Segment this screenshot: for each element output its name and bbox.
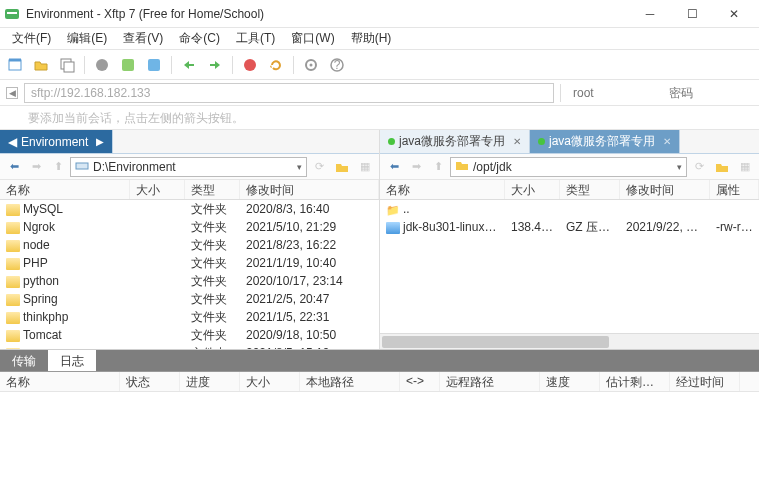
settings-icon[interactable] <box>302 56 320 74</box>
remote-tab[interactable]: java微服务部署专用✕ <box>380 130 530 153</box>
status-dot-icon <box>388 138 395 145</box>
transfer-col[interactable]: 进度 <box>180 372 240 391</box>
file-row[interactable]: Spring文件夹2021/2/5, 20:47 <box>0 290 379 308</box>
window-title: Environment - Xftp 7 (Free for Home/Scho… <box>26 7 629 21</box>
local-list-header: 名称 大小 类型 修改时间 <box>0 180 379 200</box>
remote-newfolder-icon[interactable] <box>712 157 732 177</box>
new-session-icon[interactable] <box>6 56 24 74</box>
tab-log[interactable]: 日志 <box>48 350 96 371</box>
sync-right-icon[interactable] <box>206 56 224 74</box>
file-row[interactable]: thinkphp文件夹2021/1/5, 22:31 <box>0 308 379 326</box>
transfer-col[interactable]: 经过时间 <box>670 372 740 391</box>
pass-input[interactable] <box>663 83 753 103</box>
transfer-body <box>0 392 759 500</box>
help-icon[interactable]: ? <box>328 56 346 74</box>
transfer-col[interactable]: 大小 <box>240 372 300 391</box>
menu-item[interactable]: 窗口(W) <box>285 28 340 49</box>
file-row[interactable]: node文件夹2021/8/23, 16:22 <box>0 236 379 254</box>
svg-point-5 <box>96 59 108 71</box>
menu-item[interactable]: 查看(V) <box>117 28 169 49</box>
stop-icon[interactable] <box>241 56 259 74</box>
session-hint: 要添加当前会话，点击左侧的箭头按钮。 <box>0 106 759 130</box>
svg-rect-4 <box>64 62 74 72</box>
nav-up-icon[interactable]: ⬆ <box>428 157 448 177</box>
file-row[interactable]: PHP文件夹2021/1/19, 10:40 <box>0 254 379 272</box>
remote-pane: java微服务部署专用✕java微服务部署专用✕ ⬅ ➡ ⬆ /opt/jdk … <box>380 130 759 349</box>
toggle1-icon[interactable] <box>119 56 137 74</box>
remote-path-input[interactable]: /opt/jdk ▾ <box>450 157 687 177</box>
nav-up-icon[interactable]: ⬆ <box>48 157 68 177</box>
remote-view-icon[interactable]: ▦ <box>735 157 755 177</box>
remote-file-list[interactable]: 📁..jdk-8u301-linux-i58...138.48MBGZ 压缩文件… <box>380 200 759 333</box>
transfer-col[interactable]: 远程路径 <box>440 372 540 391</box>
new-window-icon[interactable] <box>58 56 76 74</box>
svg-point-8 <box>244 59 256 71</box>
menubar: 文件(F)编辑(E)查看(V)命令(C)工具(T)窗口(W)帮助(H) <box>0 28 759 50</box>
transfer-col[interactable]: <-> <box>400 372 440 391</box>
tab-label: Environment <box>21 135 88 149</box>
toolbar: ? <box>0 50 759 80</box>
menu-item[interactable]: 命令(C) <box>173 28 226 49</box>
file-row[interactable]: python文件夹2020/10/17, 23:14 <box>0 272 379 290</box>
tab-environment[interactable]: ◀Environment ▶ <box>0 130 113 153</box>
close-icon[interactable]: ✕ <box>513 136 521 147</box>
close-icon[interactable]: ✕ <box>663 136 671 147</box>
remote-refresh-icon[interactable]: ⟳ <box>689 157 709 177</box>
local-refresh-icon[interactable]: ⟳ <box>309 157 329 177</box>
nav-fwd-icon[interactable]: ➡ <box>26 157 46 177</box>
file-row[interactable]: jdk-8u301-linux-i58...138.48MBGZ 压缩文件202… <box>380 218 759 236</box>
remote-list-header: 名称 大小 类型 修改时间 属性 <box>380 180 759 200</box>
nav-back-icon[interactable]: ⬅ <box>4 157 24 177</box>
svg-text:?: ? <box>334 58 341 72</box>
file-row[interactable]: MySQL文件夹2020/8/3, 16:40 <box>0 200 379 218</box>
drive-icon <box>75 159 89 174</box>
chevron-down-icon[interactable]: ▾ <box>677 162 682 172</box>
workspace: ◀Environment ▶ ⬅ ➡ ⬆ D:\Environment ▾ ⟳ … <box>0 130 759 350</box>
tab-transfer[interactable]: 传输 <box>0 350 48 371</box>
minimize-button[interactable]: ─ <box>629 1 671 27</box>
open-icon[interactable] <box>32 56 50 74</box>
folder-icon <box>455 159 469 174</box>
sessions-icon[interactable] <box>93 56 111 74</box>
local-newfolder-icon[interactable] <box>332 157 352 177</box>
file-row[interactable]: Ngrok文件夹2021/5/10, 21:29 <box>0 218 379 236</box>
file-row[interactable]: Tomcat文件夹2020/9/18, 10:50 <box>0 326 379 344</box>
remote-hscroll[interactable] <box>380 333 759 349</box>
transfer-col[interactable]: 速度 <box>540 372 600 391</box>
file-row[interactable]: vue文件夹2021/8/5, 15:19 <box>0 344 379 349</box>
nav-back-icon[interactable]: ⬅ <box>384 157 404 177</box>
transfer-col[interactable]: 本地路径 <box>300 372 400 391</box>
chevron-down-icon[interactable]: ▾ <box>297 162 302 172</box>
app-icon <box>4 6 20 22</box>
menu-item[interactable]: 编辑(E) <box>61 28 113 49</box>
address-input[interactable] <box>24 83 554 103</box>
transfer-header: 名称状态进度大小本地路径<->远程路径速度估计剩余…经过时间 <box>0 372 759 392</box>
svg-rect-6 <box>122 59 134 71</box>
menu-item[interactable]: 文件(F) <box>6 28 57 49</box>
transfer-col[interactable]: 名称 <box>0 372 120 391</box>
transfer-col[interactable]: 估计剩余… <box>600 372 670 391</box>
svg-rect-7 <box>148 59 160 71</box>
maximize-button[interactable]: ☐ <box>671 1 713 27</box>
sync-left-icon[interactable] <box>180 56 198 74</box>
status-dot-icon <box>538 138 545 145</box>
local-file-list[interactable]: MySQL文件夹2020/8/3, 16:40Ngrok文件夹2021/5/10… <box>0 200 379 349</box>
local-path-input[interactable]: D:\Environment ▾ <box>70 157 307 177</box>
svg-rect-1 <box>7 12 17 14</box>
user-input[interactable] <box>567 83 657 103</box>
toggle2-icon[interactable] <box>145 56 163 74</box>
refresh-icon[interactable] <box>267 56 285 74</box>
remote-tab[interactable]: java微服务部署专用✕ <box>530 130 680 153</box>
menu-item[interactable]: 帮助(H) <box>345 28 398 49</box>
close-button[interactable]: ✕ <box>713 1 755 27</box>
bottom-tabstrip: 传输 日志 <box>0 350 759 372</box>
svg-point-10 <box>310 63 313 66</box>
svg-rect-13 <box>76 163 88 169</box>
local-view-icon[interactable]: ▦ <box>355 157 375 177</box>
menu-item[interactable]: 工具(T) <box>230 28 281 49</box>
file-row[interactable]: 📁.. <box>380 200 759 218</box>
nav-fwd-icon[interactable]: ➡ <box>406 157 426 177</box>
local-pane: ◀Environment ▶ ⬅ ➡ ⬆ D:\Environment ▾ ⟳ … <box>0 130 380 349</box>
addr-back-icon[interactable]: ◀ <box>6 87 18 99</box>
transfer-col[interactable]: 状态 <box>120 372 180 391</box>
